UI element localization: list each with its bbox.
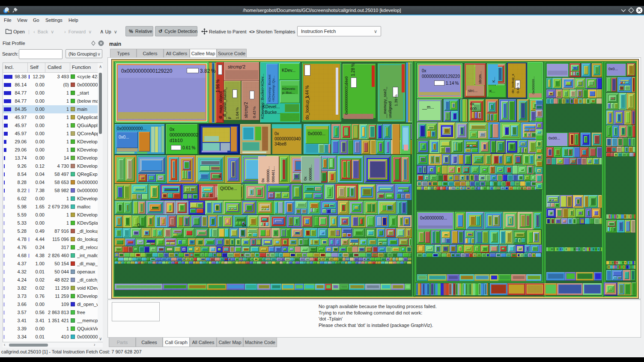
svg-text:p::Buc...: p::Buc... — [282, 91, 295, 95]
svg-text:KDev...: KDev... — [282, 68, 295, 73]
svg-text:strcm...: strcm... — [478, 71, 482, 84]
svg-text:00000000002: 00000000002 — [170, 132, 198, 137]
svg-text:strcmp'2: strcmp'2 — [244, 102, 248, 118]
svg-text:0x: 0x — [422, 68, 426, 73]
svg-text:KDevel...: KDevel... — [262, 104, 280, 109]
svg-text:d1b10: d1b10 — [170, 138, 183, 143]
svg-text:0x000000000...: 0x000000000... — [117, 126, 146, 131]
svg-text:0x: 0x — [303, 176, 307, 181]
svg-text:34be8: 34be8 — [274, 142, 286, 146]
svg-text:QIODe...: QIODe... — [220, 186, 237, 191]
svg-text:0000000000129220: 0000000000129220 — [422, 74, 460, 79]
svg-text:0.43 %: 0.43 % — [516, 83, 520, 93]
svg-text:K...: K... — [489, 89, 495, 93]
svg-text:000461...: 000461... — [271, 166, 275, 182]
svg-text:0.43 %: 0.43 % — [252, 107, 256, 118]
svg-text:0x0...: 0x0... — [608, 67, 618, 71]
svg-text:0x: 0x — [261, 178, 265, 182]
svg-text:0x: 0x — [274, 131, 279, 136]
svg-text:0x00...: 0x00... — [549, 136, 560, 140]
svg-text:KDevelo: KDevelo — [282, 87, 295, 91]
svg-text:3.82 %: 3.82 % — [200, 68, 216, 74]
svg-text:000...: 000... — [470, 107, 480, 111]
svg-text:_in...: _in... — [218, 171, 222, 180]
svg-text:1.14 %: 1.14 % — [446, 81, 459, 86]
svg-text:00000000340: 00000000340 — [274, 136, 301, 141]
svg-text:K...: K... — [492, 77, 496, 83]
svg-text:::Bucke...: ::Bucke... — [262, 110, 280, 115]
svg-text:000000...: 000000... — [308, 164, 313, 181]
svg-text:0x0...: 0x0... — [119, 135, 129, 139]
svg-text:000000...: 000000... — [266, 166, 270, 182]
svg-text:KDevelop::Bucket: KDevelop::Bucket — [268, 74, 271, 102]
svg-text:0x000000000031d4e0: 0x000000000031d4e0 — [344, 76, 349, 115]
svg-text:1.04 %: 1.04 % — [235, 107, 239, 119]
svg-text:strcmp'2: strcmp'2 — [228, 64, 245, 69]
svg-text:_dl_name_match_: _dl_name_match_ — [223, 87, 227, 119]
svg-text:0x: 0x — [170, 127, 175, 132]
svg-text:unaligned: unaligned — [388, 101, 392, 118]
svg-text:Q...: Q... — [137, 223, 144, 228]
svg-text:do_lookup_x: do_lookup_x — [511, 74, 515, 93]
svg-text:p: p — [227, 117, 231, 119]
svg-text:0x000000...: 0x000000... — [531, 76, 535, 94]
svg-text:strc...: strc... — [468, 89, 477, 93]
svg-text:__m...: __m... — [422, 105, 434, 110]
svg-text:<KDevelop::Qu...: <KDevelop::Qu... — [271, 76, 275, 102]
svg-text:__memcpy_sse2_: __memcpy_sse2_ — [383, 86, 387, 119]
svg-text:1.28 %: 1.28 % — [351, 63, 355, 76]
svg-text:1.39 %: 1.39 % — [394, 95, 398, 106]
svg-text:1.96 %: 1.96 % — [215, 80, 220, 92]
svg-text:0x: 0x — [470, 102, 474, 106]
svg-text:0x00000000...: 0x00000000... — [420, 216, 447, 220]
svg-text:0x...: 0x... — [242, 223, 250, 228]
svg-text:0x0000000000129220: 0x0000000000129220 — [121, 68, 173, 74]
svg-text:0.61 %: 0.61 % — [182, 145, 195, 150]
svg-text:do_lookup_x: do_lookup_x — [305, 95, 310, 120]
svg-text:0x0000...: 0x0000... — [308, 131, 325, 136]
